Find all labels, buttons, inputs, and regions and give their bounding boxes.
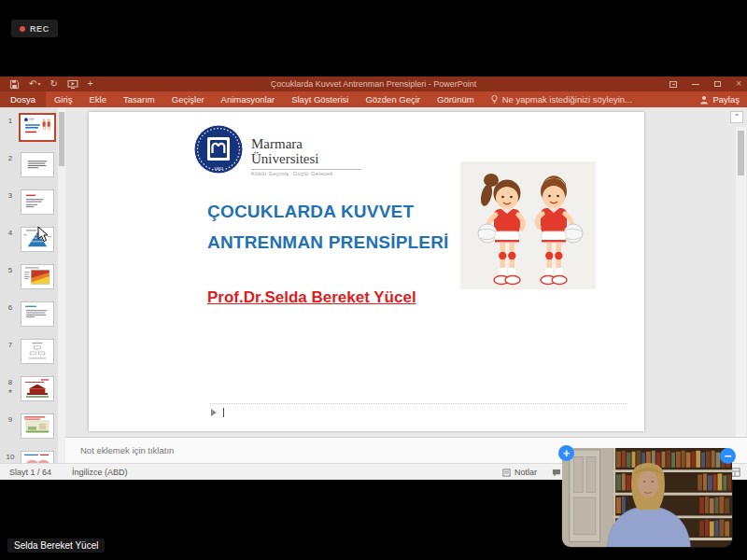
slide-thumbnail[interactable]: 8★: [0, 376, 58, 403]
thumbnail-number-column: 2: [0, 152, 21, 179]
close-icon[interactable]: ×: [736, 79, 741, 89]
scrollbar-thumb[interactable]: [59, 112, 64, 166]
thumbnail-number-column: 3: [0, 189, 21, 217]
slide-thumbnail[interactable]: 9: [0, 413, 58, 441]
thumbnail-panel-scrollbar[interactable]: [58, 107, 65, 463]
thumbnail-preview[interactable]: [21, 451, 54, 463]
tab-tasarim[interactable]: Tasarım: [115, 91, 163, 107]
slide-thumbnail[interactable]: 2: [0, 152, 58, 179]
recording-indicator: REC: [11, 20, 58, 37]
thumbnail-preview[interactable]: [21, 264, 54, 289]
university-name-line1: Marmara: [251, 136, 319, 151]
titlebar: ↶▾ ↻ + Çocuklarda Kuvvet Antrenman Prens…: [0, 77, 747, 91]
participant-name-tag: Selda Bereket Yücel: [7, 539, 105, 553]
thumbnail-preview[interactable]: [21, 301, 54, 327]
thumbnail-preview[interactable]: [21, 376, 54, 401]
share-label: Paylaş: [712, 94, 740, 105]
slide-thumbnail[interactable]: 7: [0, 339, 58, 366]
status-left: Slayt 1 / 64 İngilizce (ABD): [9, 464, 128, 481]
thumbnail-number: 7: [8, 341, 12, 349]
thumbnail-number-column: 1: [0, 115, 21, 142]
thumbnail-number-column: 4: [0, 227, 21, 254]
thumbnail-preview[interactable]: [21, 115, 54, 140]
tell-me-label: Ne yapmak istediğinizi söyleyin...: [502, 94, 632, 105]
video-zoom-in-button[interactable]: +: [558, 445, 574, 461]
tab-giris[interactable]: Giriş: [46, 91, 81, 107]
customize-toolbar-icon[interactable]: +: [88, 79, 93, 89]
undo-icon[interactable]: ↶▾: [29, 79, 40, 89]
tab-gecisler[interactable]: Geçişler: [163, 91, 213, 107]
thumbnail-number: 3: [8, 191, 12, 200]
slide-title-line2: ANTRENMAN PRENSİPLERİ: [207, 227, 449, 258]
redo-icon[interactable]: ↻: [49, 79, 57, 89]
ribbon-display-options-icon[interactable]: [669, 81, 677, 88]
slide-thumbnail[interactable]: 10: [0, 451, 58, 463]
thumbnail-preview[interactable]: [21, 189, 54, 215]
tab-gorunum[interactable]: Görünüm: [429, 91, 483, 107]
slide-thumbnail[interactable]: 3: [0, 189, 58, 217]
normal-view-icon: [731, 468, 740, 477]
thumbnail-number: 5: [8, 266, 12, 274]
university-name-line2: Üniversitesi: [251, 151, 319, 166]
marmara-university-logo: 1883: [193, 124, 244, 175]
webcam-video[interactable]: [562, 448, 732, 547]
thumbnail-number-column: 10: [0, 451, 21, 463]
slide-title[interactable]: ÇOCUKLARDA KUVVET ANTRENMAN PRENSİPLERİ: [207, 196, 449, 258]
tab-dosya[interactable]: Dosya: [0, 91, 46, 107]
thumbnail-preview[interactable]: [21, 152, 54, 177]
tab-ekle[interactable]: Ekle: [80, 91, 114, 107]
play-icon: [211, 409, 217, 416]
thumbnail-preview[interactable]: [21, 339, 54, 364]
tell-me-box[interactable]: Ne yapmak istediğinizi söyleyin...: [490, 94, 632, 105]
text-cursor: [223, 408, 224, 417]
normal-view-button[interactable]: [731, 464, 740, 481]
comments-icon: [552, 469, 561, 477]
share-button[interactable]: Paylaş: [699, 91, 740, 107]
quick-access-toolbar: ↶▾ ↻ +: [0, 79, 93, 90]
restore-icon[interactable]: [714, 81, 721, 87]
save-icon[interactable]: [9, 79, 20, 90]
collapse-ribbon-button[interactable]: ⌃: [730, 111, 743, 123]
minimize-icon[interactable]: [692, 84, 699, 85]
thumbnail-number: 10: [7, 453, 15, 461]
slide-thumbnail[interactable]: 5: [0, 264, 58, 291]
notes-icon: [502, 469, 511, 477]
thumbnail-preview[interactable]: [21, 413, 54, 439]
slide-editor-area: 1883 Marmara Üniversitesi Köklü Geçmiş, …: [65, 107, 747, 437]
lightbulb-icon: [490, 94, 499, 105]
video-zoom-out-button[interactable]: −: [720, 448, 736, 464]
ribbon-tab-row: Dosya Giriş Ekle Tasarım Geçişler Animas…: [0, 91, 747, 107]
slide-thumbnail[interactable]: 1: [0, 115, 58, 142]
window-title: Çocuklarda Kuvvet Antrenman Prensipleri …: [0, 79, 747, 89]
slide-thumbnail[interactable]: 4: [0, 227, 58, 254]
thumbnail-number-column: 7: [0, 339, 21, 366]
powerpoint-window: ↶▾ ↻ + Çocuklarda Kuvvet Antrenman Prens…: [0, 77, 747, 480]
animation-star-icon: ★: [7, 387, 12, 394]
slide-position: Slayt 1 / 64: [9, 468, 51, 477]
thumbnail-number-column: 6: [0, 301, 21, 329]
window-controls: ×: [669, 77, 741, 91]
tab-gozden-gecir[interactable]: Gözden Geçir: [357, 91, 429, 107]
university-name: Marmara Üniversitesi: [251, 136, 319, 166]
slide-canvas[interactable]: 1883 Marmara Üniversitesi Köklü Geçmiş, …: [89, 112, 644, 431]
workspace: 12345678★910 1883: [0, 107, 747, 480]
tab-animasyonlar[interactable]: Animasyonlar: [213, 91, 284, 107]
language-indicator[interactable]: İngilizce (ABD): [72, 468, 128, 477]
thumbnail-number: 9: [8, 415, 12, 424]
scrollbar-thumb[interactable]: [738, 131, 744, 175]
start-slideshow-icon[interactable]: [67, 79, 78, 90]
slide-thumbnail-panel: 12345678★910: [0, 107, 58, 463]
thumbnail-number-column: 9: [0, 413, 21, 441]
slide-thumbnail[interactable]: 6: [0, 301, 58, 329]
animation-play-marker[interactable]: [211, 408, 224, 417]
children-volleyball-image[interactable]: [460, 161, 596, 289]
recording-dot-icon: [20, 26, 25, 32]
logo-year-text: 1883: [214, 166, 224, 171]
notes-toggle[interactable]: Notlar: [502, 468, 537, 477]
slide-author[interactable]: Prof.Dr.Selda Bereket Yücel: [207, 288, 416, 307]
editor-scrollbar[interactable]: [736, 127, 746, 437]
tab-slayt-gosterisi[interactable]: Slayt Gösterisi: [283, 91, 357, 107]
thumbnail-number: 8: [8, 378, 12, 386]
thumbnail-number: 6: [8, 303, 12, 312]
mouse-cursor: [37, 226, 49, 246]
